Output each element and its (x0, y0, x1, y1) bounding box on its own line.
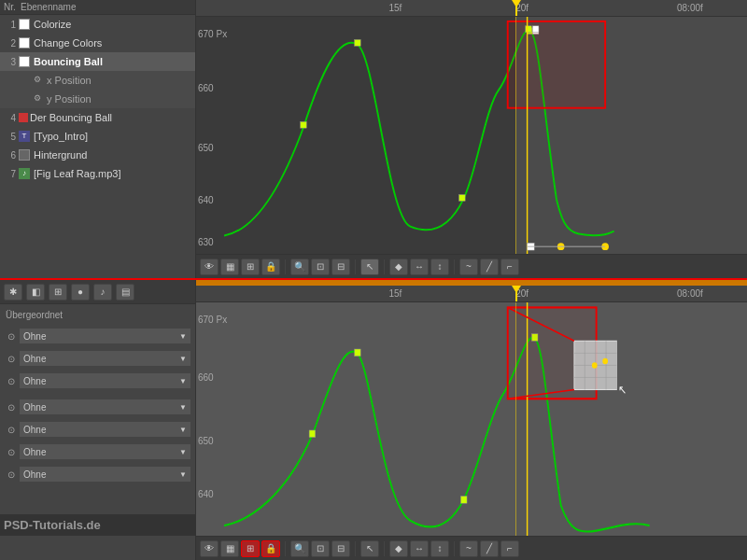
btm-timeline-vline (515, 302, 516, 536)
layer-item-2[interactable]: 2 Change Colors (0, 34, 195, 52)
btm-toolbar-sep-3 (384, 541, 385, 556)
layer-item-1[interactable]: 1 Colorize (0, 15, 195, 34)
toolbar-eye-btn[interactable]: 👁 (200, 259, 218, 275)
layer-name-7: [Fig Leaf Rag.mp3] (34, 168, 121, 179)
param-row-6: ⊙ Ohne ▼ (4, 441, 191, 462)
layer-icon-2 (19, 37, 30, 49)
toolbar-fit2-btn[interactable]: ⊟ (331, 259, 350, 275)
param-dropdown-3[interactable]: Ohne ▼ (19, 372, 191, 389)
name-header: Ebenenname (21, 2, 191, 12)
btm-toolbar-fit[interactable]: ⊡ (311, 540, 330, 557)
param-value-4: Ohne (23, 402, 46, 413)
param-value-5: Ohne (23, 425, 46, 435)
layer-item-7[interactable]: 7 ♪ [Fig Leaf Rag.mp3] (0, 164, 195, 183)
bottom-graph-content: 670 Px 660 650 640 (196, 302, 747, 536)
timeline-ruler-bottom: 15f 20f 08:00f (196, 286, 747, 302)
gear-icon-y: ⚙ (32, 93, 43, 105)
param-dropdown-6[interactable]: Ohne ▼ (19, 443, 191, 460)
param-dropdown-4[interactable]: Ohne ▼ (19, 399, 191, 415)
svg-text:↖: ↖ (618, 383, 627, 397)
y-label-670: 670 Px (198, 29, 227, 39)
btm-toolbar-linear[interactable]: ╱ (480, 540, 499, 557)
toolbar-box-btn[interactable]: ⊞ (241, 259, 260, 275)
btm-btn-2[interactable]: ◧ (26, 284, 45, 301)
layer-item-y-pos[interactable]: ⚙ y Position (0, 90, 195, 108)
bottom-mini-toolbar: ✱ ◧ ⊞ ● ♪ ▤ (0, 280, 195, 304)
dropdown-arrow-4: ▼ (179, 403, 187, 412)
toolbar-zoom-btn[interactable]: 🔍 (290, 259, 309, 275)
layer-icon-6 (19, 149, 30, 161)
btm-btn-1[interactable]: ✱ (4, 284, 22, 301)
svg-rect-2 (459, 195, 466, 202)
toolbar-smooth-btn[interactable]: ~ (459, 259, 478, 275)
toolbar-anchor-btn[interactable]: ◆ (389, 259, 408, 275)
svg-rect-15 (460, 497, 467, 504)
btm-toolbar-lock[interactable]: 🔒 (261, 540, 280, 557)
layer-item-x-pos[interactable]: ⚙ x Position (0, 71, 195, 90)
dropdown-arrow-5: ▼ (179, 426, 187, 434)
svg-point-27 (592, 362, 598, 369)
btm-toolbar-ease[interactable]: ↔ (410, 540, 429, 557)
layer-icon-4 (19, 113, 28, 122)
btm-toolbar-hold[interactable]: ⌐ (500, 540, 519, 557)
param-value-1: Ohne (23, 331, 46, 342)
playhead-head-bottom (512, 286, 521, 293)
layer-icon-1 (19, 19, 30, 30)
toolbar-hold-btn[interactable]: ⌐ (500, 259, 519, 275)
y-label-650: 650 (198, 143, 214, 153)
svg-rect-14 (355, 349, 361, 357)
btm-toolbar-box[interactable]: ⊞ (241, 540, 260, 557)
graph-toolbar-top: 👁 ▦ ⊞ 🔒 🔍 ⊡ ⊟ ↖ ◆ ↔ ↕ ~ ╱ ⌐ (196, 254, 747, 278)
btm-toolbar-cursor[interactable]: ↖ (360, 540, 379, 557)
svg-rect-0 (301, 121, 307, 128)
btm-toolbar-eye[interactable]: 👁 (200, 540, 218, 557)
param-icon-1: ⊙ (4, 329, 19, 343)
layer-nr-5: 5 (2, 132, 19, 142)
playhead-top (515, 0, 517, 16)
param-row-3: ⊙ Ohne ▼ (4, 371, 191, 391)
param-icon-2: ⊙ (4, 351, 19, 366)
graph-svg-top (224, 17, 747, 254)
layer-item-5[interactable]: 5 T [Typo_Intro] (0, 127, 195, 146)
toolbar-grid-btn[interactable]: ▦ (220, 259, 239, 275)
param-dropdown-2[interactable]: Ohne ▼ (19, 350, 191, 367)
layer-item-6[interactable]: 6 Hintergrund (0, 146, 195, 164)
uebergeordnet-label: Übergeordnet (4, 308, 191, 322)
dropdown-arrow-3: ▼ (179, 377, 187, 385)
nr-header: Nr. (4, 2, 21, 12)
param-dropdown-7[interactable]: Ohne ▼ (19, 466, 191, 483)
btm-toolbar-ease2[interactable]: ↕ (430, 540, 449, 557)
btm-toolbar-grid[interactable]: ▦ (220, 540, 239, 557)
btm-toolbar-fit2[interactable]: ⊟ (331, 540, 350, 557)
toolbar-fit-btn[interactable]: ⊡ (311, 259, 330, 275)
btm-toolbar-sep-4 (454, 541, 455, 556)
param-value-2: Ohne (23, 354, 46, 364)
param-dropdown-1[interactable]: Ohne ▼ (19, 328, 191, 344)
btm-btn-3[interactable]: ⊞ (49, 284, 67, 301)
svg-rect-6 (526, 26, 532, 33)
btm-ruler-15f: 15f (389, 288, 402, 299)
playhead-head-top (512, 0, 521, 7)
layer-item-4[interactable]: 4 Der Bouncing Ball (0, 108, 195, 127)
param-dropdown-5[interactable]: Ohne ▼ (19, 421, 191, 438)
toolbar-linear-btn[interactable]: ╱ (480, 259, 499, 275)
btm-btn-5[interactable]: ♪ (93, 284, 112, 301)
btm-toolbar-smooth[interactable]: ~ (459, 540, 478, 557)
btm-toolbar-anchor[interactable]: ◆ (389, 540, 408, 557)
btm-btn-4[interactable]: ● (71, 284, 90, 301)
toolbar-ease-btn[interactable]: ↔ (410, 259, 429, 275)
btm-toolbar-sep-1 (285, 541, 286, 556)
btm-toolbar-zoom[interactable]: 🔍 (290, 540, 309, 557)
toolbar-cursor-btn[interactable]: ↖ (360, 259, 379, 275)
toolbar-ease2-btn[interactable]: ↕ (430, 259, 449, 275)
param-icon-6: ⊙ (4, 444, 19, 459)
dropdown-arrow-2: ▼ (179, 355, 187, 363)
btm-btn-6[interactable]: ▤ (116, 284, 134, 301)
dropdown-arrow-7: ▼ (179, 470, 187, 479)
btm-y-label-660: 660 (198, 372, 214, 383)
layer-item-3[interactable]: 3 Bouncing Ball (0, 52, 195, 71)
layer-nr-7: 7 (2, 169, 19, 179)
toolbar-lock-btn[interactable]: 🔒 (261, 259, 280, 275)
playhead-bottom (515, 286, 517, 301)
svg-rect-13 (309, 430, 316, 438)
